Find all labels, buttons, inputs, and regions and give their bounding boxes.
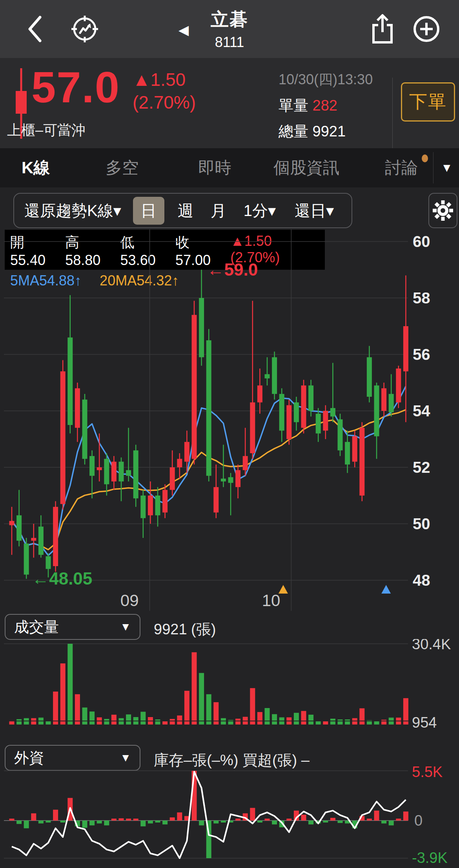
price-change-percent: (2.70%) [133, 91, 196, 114]
kline-controls: 還原趨勢K線▾ 日 週 月 1分▾ 還日▾ [13, 193, 352, 228]
tab-discussion-label: 討論 [385, 158, 418, 177]
gear-icon [432, 200, 454, 222]
foreign-investor-chart[interactable]: 5.5K0-3.9K [0, 766, 459, 868]
tick-volume-label: 單量 [279, 97, 308, 114]
svg-text:58: 58 [413, 289, 430, 307]
tab-stock-info[interactable]: 個股資訊 [273, 157, 339, 179]
svg-text:54: 54 [413, 402, 430, 419]
quote-divider [392, 78, 393, 148]
quote-datetime: 10/30(四)13:30 [279, 67, 373, 93]
tab-separator [433, 152, 434, 183]
candlestick-chart[interactable]: 605856545250480910←59.0←48.05 [0, 227, 459, 614]
share-button[interactable] [365, 0, 400, 58]
order-button[interactable]: 下單 [401, 82, 455, 122]
volume-selector-caret-icon: ▼ [120, 621, 131, 633]
more-tabs-caret[interactable]: ▼ [441, 148, 453, 187]
foreign-selector-caret-icon: ▼ [120, 752, 131, 764]
total-volume-row: 總量 9921 [279, 118, 373, 144]
chart-settings-button[interactable] [428, 193, 457, 228]
tab-bar: K線 多空 即時 個股資訊 討論 ▼ [0, 148, 459, 187]
svg-text:52: 52 [413, 459, 430, 476]
quote-right-info: 10/30(四)13:30 單量 282 總量 9921 [279, 67, 373, 144]
volume-selector-label: 成交量 [14, 617, 59, 637]
svg-text:0: 0 [414, 812, 423, 829]
add-to-watchlist-button[interactable] [409, 0, 444, 58]
svg-text:60: 60 [413, 233, 430, 250]
period-day[interactable]: 日 [133, 197, 164, 225]
market-label: 上櫃–可當沖 [7, 121, 86, 140]
volume-current-value: 9921 (張) [154, 619, 216, 639]
period-month[interactable]: 月 [211, 200, 226, 222]
period-week[interactable]: 週 [178, 200, 193, 222]
period-restore-day-dropdown[interactable]: 還日▾ [295, 200, 334, 222]
last-price: 57.0 [31, 62, 120, 113]
svg-text:-3.9K: -3.9K [412, 850, 448, 866]
stock-code: 8111 [215, 34, 244, 51]
quote-panel: 57.0 ▲1.50 (2.70%) 上櫃–可當沖 10/30(四)13:30 … [0, 58, 459, 148]
svg-text:←59.0: ←59.0 [207, 260, 258, 279]
kline-type-dropdown[interactable]: 還原趨勢K線▾ [24, 200, 121, 222]
tick-volume-value: 282 [313, 97, 337, 114]
period-1min-dropdown[interactable]: 1分▾ [244, 200, 276, 222]
total-volume-label: 總量 [279, 123, 308, 140]
foreign-selector-label: 外資 [14, 748, 44, 768]
stock-name: 立碁 [211, 7, 248, 32]
svg-text:30.4K: 30.4K [412, 639, 451, 652]
svg-text:56: 56 [413, 346, 430, 363]
share-icon [370, 13, 395, 45]
notification-dot [422, 154, 428, 162]
total-volume-value: 9921 [313, 123, 346, 140]
svg-text:48: 48 [413, 572, 430, 589]
svg-text:5.5K: 5.5K [412, 766, 443, 780]
tab-realtime[interactable]: 即時 [198, 157, 231, 179]
volume-selector-dropdown[interactable]: 成交量 ▼ [5, 614, 140, 640]
volume-chart[interactable]: 30.4K954 [0, 639, 459, 735]
svg-text:50: 50 [413, 515, 430, 532]
tab-long-short[interactable]: 多空 [106, 157, 138, 179]
tick-volume-row: 單量 282 [279, 93, 373, 118]
tab-discussion[interactable]: 討論 [385, 157, 418, 179]
tab-kline[interactable]: K線 [22, 157, 50, 179]
svg-text:10: 10 [262, 591, 280, 610]
plus-circle-icon [411, 13, 442, 45]
svg-text:954: 954 [412, 714, 437, 731]
price-change-value: ▲1.50 [133, 68, 196, 91]
top-nav: ◀ 立碁 8111 [0, 0, 459, 58]
svg-text:09: 09 [120, 591, 139, 610]
svg-text:←48.05: ←48.05 [32, 569, 92, 588]
price-change: ▲1.50 (2.70%) [133, 68, 196, 114]
